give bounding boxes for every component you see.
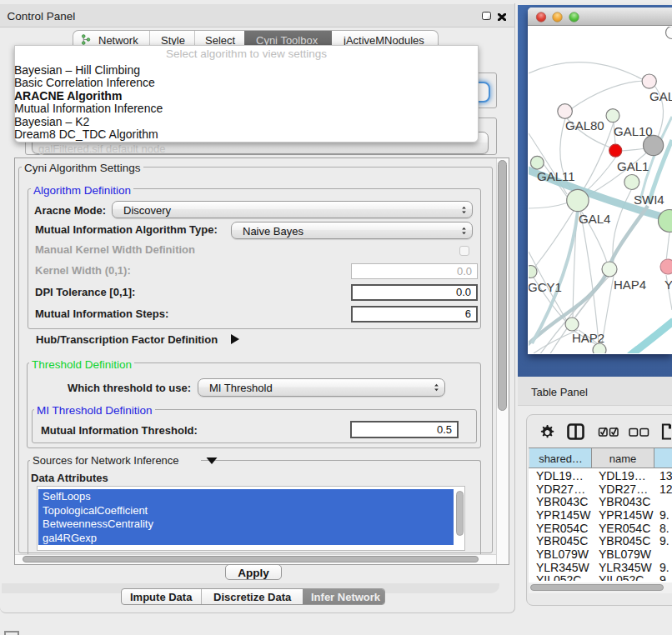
- svg-text:HAP4: HAP4: [614, 278, 646, 292]
- svg-text:GCY1: GCY1: [529, 280, 562, 294]
- svg-text:YM: YM: [664, 278, 672, 292]
- svg-text:HAP2: HAP2: [572, 331, 604, 345]
- svg-text:GAL80: GAL80: [565, 118, 604, 132]
- svg-text:GAL2: GAL2: [649, 89, 672, 103]
- svg-text:GAL4: GAL4: [579, 212, 610, 226]
- svg-text:GAL10: GAL10: [614, 124, 653, 138]
- svg-text:GAL1: GAL1: [617, 159, 649, 173]
- svg-text:SWI4: SWI4: [634, 192, 664, 207]
- svg-text:GAL11: GAL11: [537, 169, 575, 183]
